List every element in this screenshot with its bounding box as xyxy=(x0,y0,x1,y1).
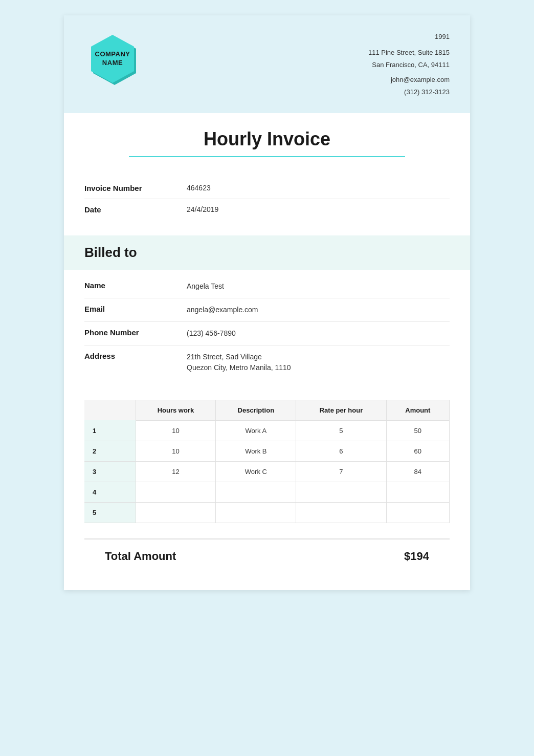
row-hours-2: 10 xyxy=(136,441,216,461)
row-num-4: 4 xyxy=(84,482,136,502)
header-email: john@example.com xyxy=(368,74,450,85)
header-info: 1991 111 Pine Street, Suite 1815 San Fra… xyxy=(368,31,450,98)
row-desc-4 xyxy=(216,482,296,502)
row-amount-1: 50 xyxy=(386,420,449,441)
row-hours-4 xyxy=(136,482,216,502)
row-rate-3: 7 xyxy=(296,461,386,482)
invoice-date-label: Date xyxy=(84,205,187,214)
billed-email-row: Email angela@example.com xyxy=(84,298,450,322)
invoice-number-row: Invoice Number 464623 xyxy=(84,178,450,199)
row-rate-2: 6 xyxy=(296,441,386,461)
total-section: Total Amount $194 xyxy=(84,538,450,584)
title-section: Hourly Invoice xyxy=(64,113,470,167)
billed-to-header: Billed to xyxy=(64,235,470,270)
header-phone: (312) 312-3123 xyxy=(368,86,450,98)
billed-email-label: Email xyxy=(84,305,187,313)
col-hours-header: Hours work xyxy=(136,400,216,420)
company-name: COMPANY NAME xyxy=(95,50,130,68)
col-row-header xyxy=(84,400,136,420)
row-desc-5 xyxy=(216,502,296,523)
row-desc-3: Work C xyxy=(216,461,296,482)
row-num-3: 3 xyxy=(84,461,136,482)
table-row: 4 xyxy=(84,482,450,502)
row-rate-4 xyxy=(296,482,386,502)
billed-phone-row: Phone Number (123) 456-7890 xyxy=(84,322,450,345)
col-amount-header: Amount xyxy=(386,400,449,420)
row-desc-2: Work B xyxy=(216,441,296,461)
row-amount-3: 84 xyxy=(386,461,449,482)
row-num-5: 5 xyxy=(84,502,136,523)
billed-name-label: Name xyxy=(84,281,187,290)
row-num-1: 1 xyxy=(84,420,136,441)
invoice-meta: Invoice Number 464623 Date 24/4/2019 xyxy=(64,167,470,225)
row-hours-5 xyxy=(136,502,216,523)
col-rate-header: Rate per hour xyxy=(296,400,386,420)
billed-phone-value: (123) 456-7890 xyxy=(187,328,236,339)
invoice-number-value: 464623 xyxy=(187,184,211,192)
title-divider xyxy=(129,156,405,157)
header-section: COMPANY NAME 1991 111 Pine Street, Suite… xyxy=(64,15,470,113)
header-year: 1991 xyxy=(368,31,450,42)
billed-phone-label: Phone Number xyxy=(84,328,187,337)
invoice-table: Hours work Description Rate per hour Amo… xyxy=(84,400,450,523)
table-row: 1 10 Work A 5 50 xyxy=(84,420,450,441)
invoice-date-value: 24/4/2019 xyxy=(187,205,218,213)
row-desc-1: Work A xyxy=(216,420,296,441)
logo-area: COMPANY NAME xyxy=(84,31,141,87)
table-row: 5 xyxy=(84,502,450,523)
invoice-title: Hourly Invoice xyxy=(84,128,450,150)
billed-name-row: Name Angela Test xyxy=(84,275,450,298)
table-section: Hours work Description Rate per hour Amo… xyxy=(64,390,470,533)
billed-address-row: Address 21th Street, Sad Village Quezon … xyxy=(84,345,450,379)
row-hours-1: 10 xyxy=(136,420,216,441)
table-row: 3 12 Work C 7 84 xyxy=(84,461,450,482)
invoice-page: COMPANY NAME 1991 111 Pine Street, Suite… xyxy=(64,15,470,590)
company-logo: COMPANY NAME xyxy=(84,31,141,87)
row-amount-4 xyxy=(386,482,449,502)
header-address: 111 Pine Street, Suite 1815 San Francisc… xyxy=(368,47,450,71)
billed-to-details: Name Angela Test Email angela@example.co… xyxy=(64,270,470,390)
total-label: Total Amount xyxy=(105,550,176,563)
table-row: 2 10 Work B 6 60 xyxy=(84,441,450,461)
invoice-number-label: Invoice Number xyxy=(84,184,187,192)
total-value: $194 xyxy=(404,550,429,563)
row-amount-5 xyxy=(386,502,449,523)
billed-address-value: 21th Street, Sad Village Quezon City, Me… xyxy=(187,352,291,373)
invoice-date-row: Date 24/4/2019 xyxy=(84,199,450,220)
col-description-header: Description xyxy=(216,400,296,420)
billed-name-value: Angela Test xyxy=(187,281,224,292)
row-amount-2: 60 xyxy=(386,441,449,461)
billed-address-label: Address xyxy=(84,352,187,360)
row-num-2: 2 xyxy=(84,441,136,461)
row-rate-5 xyxy=(296,502,386,523)
billed-email-value: angela@example.com xyxy=(187,305,258,315)
row-rate-1: 5 xyxy=(296,420,386,441)
billed-to-title: Billed to xyxy=(84,245,450,261)
row-hours-3: 12 xyxy=(136,461,216,482)
